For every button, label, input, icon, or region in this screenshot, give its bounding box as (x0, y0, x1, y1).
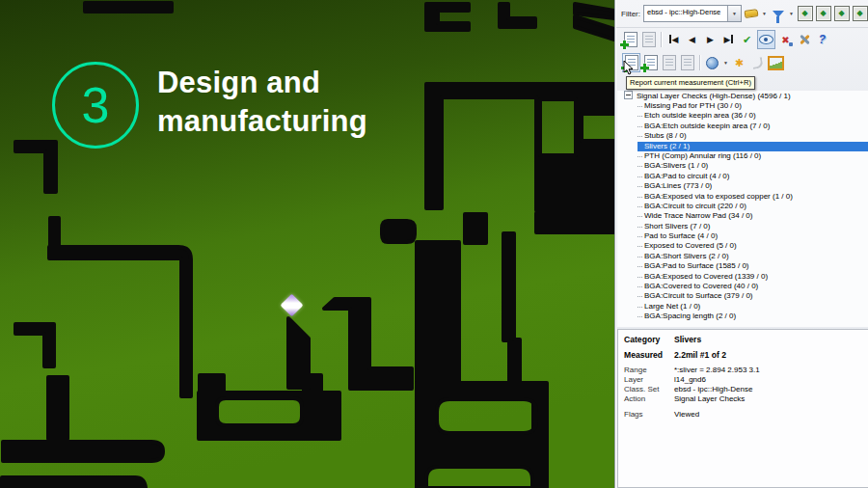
color-picker-icon[interactable] (704, 54, 720, 71)
tree-item-label: BGA:Short Slivers (2 / 0) (644, 252, 729, 260)
tree-item-label: Pad to Surface (4 / 0) (644, 231, 718, 240)
tree-item-label: BGA:Pad to Surface (1585 / 0) (644, 261, 749, 270)
next-measurement-icon[interactable]: ▶ (702, 31, 719, 48)
tree-item[interactable]: Large Net (1 / 0) (637, 302, 868, 312)
details-row-value: Signal Layer Checks (674, 394, 745, 404)
details-row: Range *:sliver = 2.894 2.953 3.1 (624, 366, 863, 375)
tree-item-label: Slivers (2 / 1) (644, 142, 690, 150)
filter-row: Filter: ebsd - ipc::High-Dense ▼ ▼ ▼ ◆ ◆… (616, 0, 868, 28)
filter-funnel-icon[interactable] (770, 5, 786, 22)
details-row: Flags Viewed (624, 410, 863, 420)
zoom-measurement-icon[interactable]: ◆ (797, 5, 813, 22)
mouse-cursor (623, 61, 635, 75)
tree-item[interactable]: BGA:Covered to Covered (40 / 0) (637, 282, 868, 291)
tree-item-label: PTH (Comp) Annular ring (116 / 0) (644, 151, 761, 160)
tree-item[interactable]: BGA:Slivers (1 / 0) (637, 161, 868, 171)
pcb-layout-view[interactable]: 3 Design and manufacturing (0, 0, 614, 488)
tree-item[interactable]: Missing Pad for PTH (30 / 0) (637, 101, 868, 111)
zoom-measurement-icon[interactable]: ◆ (815, 5, 831, 22)
collapse-icon[interactable] (624, 91, 633, 99)
toolbar-separator (661, 32, 662, 47)
chevron-down-icon[interactable]: ▼ (762, 11, 767, 16)
tree-root-item[interactable]: Signal Layer Checks (High-Dense) (4596 /… (617, 91, 868, 101)
tree-item-label: Missing Pad for PTH (30 / 0) (644, 101, 742, 110)
tree-item[interactable]: BGA:Circuit to Surface (379 / 0) (637, 291, 868, 301)
tree-item[interactable]: PTH (Comp) Annular ring (116 / 0) (637, 151, 868, 161)
tree-item[interactable]: BGA:Circuit to circuit (220 / 0) (637, 202, 868, 211)
tree-item-label: Stubs (8 / 0) (644, 131, 687, 140)
tree-item-label: BGA:Lines (773 / 0) (644, 181, 712, 190)
tree-item-label: BGA:Spacing length (2 / 0) (644, 312, 736, 320)
tree-item[interactable]: BGA:Lines (773 / 0) (637, 181, 868, 191)
details-row: Measured 2.2mil #1 of 2 (624, 350, 863, 360)
tree-item[interactable]: BGA:Exposed via to exposed copper (1 / 0… (637, 192, 868, 202)
chevron-down-icon[interactable]: ▼ (789, 11, 794, 16)
view-eye-icon[interactable] (757, 30, 775, 49)
highlighter-icon[interactable] (743, 5, 759, 22)
measurement-tree: Signal Layer Checks (High-Dense) (4596 /… (617, 91, 868, 327)
tree-item[interactable]: Etch outside keepin area (36 / 0) (637, 111, 868, 121)
step-number: 3 (82, 80, 110, 130)
tree-item-label: BGA:Circuit to Surface (379 / 0) (644, 291, 753, 300)
report-disabled-icon[interactable] (661, 54, 677, 71)
tree-item[interactable]: Short Slivers (7 / 0) (637, 222, 868, 231)
tree-item-label: Exposed to Covered (5 / 0) (644, 241, 737, 250)
details-row-label: Measured (624, 350, 674, 360)
screen: { "overlay": { "step_number": "3", "titl… (0, 0, 868, 488)
first-measurement-icon[interactable]: ◀ (665, 31, 682, 48)
tree-item-label: BGA:Etch outside keepin area (7 / 0) (644, 122, 770, 130)
details-row-value: 2.2mil #1 of 2 (674, 350, 726, 360)
measurement-panel: Filter: ebsd - ipc::High-Dense ▼ ▼ ▼ ◆ ◆… (614, 0, 868, 488)
tree-item[interactable]: Exposed to Covered (5 / 0) (637, 241, 868, 251)
navigation-row: ◀ ◀ ▶ ▶ ✔ ✖ ? (616, 28, 868, 51)
tooltip: Report current measurement (Ctrl+R) (626, 76, 755, 90)
tree-item-label: BGA:Exposed via to exposed copper (1 / 0… (644, 192, 793, 201)
details-row-label: Layer (624, 375, 674, 385)
toolbar-separator (699, 55, 700, 70)
tree-item[interactable]: BGA:Short Slivers (2 / 0) (637, 252, 868, 261)
tree-item[interactable]: BGA:Pad to Surface (1585 / 0) (637, 261, 868, 271)
tree-item-label: BGA:Exposed to Covered (1339 / 0) (644, 272, 768, 281)
tree-item[interactable]: BGA:Exposed to Covered (1339 / 0) (637, 272, 868, 282)
tree-item[interactable]: BGA:Etch outside keepin area (7 / 0) (637, 122, 868, 131)
details-row: Category Slivers (624, 335, 863, 344)
tree-item-label: Large Net (1 / 0) (644, 302, 700, 311)
chevron-down-icon[interactable]: ▼ (723, 60, 728, 66)
tree-item[interactable]: Slivers (2 / 1) (637, 142, 868, 151)
details-row-value: Slivers (674, 335, 701, 344)
details-row-label: Range (624, 366, 674, 375)
details-row: Class. Set ebsd - ipc::High-Dense (624, 385, 863, 394)
tree-item-label: Etch outside keepin area (36 / 0) (644, 111, 756, 120)
tree-item-label: BGA:Covered to Covered (40 / 0) (644, 282, 758, 290)
help-icon[interactable]: ? (814, 31, 830, 48)
tree-item[interactable]: Wide Trace Narrow Pad (34 / 0) (637, 211, 868, 221)
approve-check-icon[interactable]: ✔ (739, 31, 755, 48)
tree-items: Missing Pad for PTH (30 / 0) Etch outsid… (617, 101, 868, 322)
tree-item-label: BGA:Circuit to circuit (220 / 0) (644, 202, 746, 210)
settings-sun-icon[interactable]: ✱ (731, 54, 747, 71)
tree-item[interactable]: Stubs (8 / 0) (637, 131, 868, 141)
zoom-next-measurement-icon[interactable]: ◆ (852, 5, 868, 22)
history-icon[interactable] (749, 54, 766, 71)
details-row-value: *:sliver = 2.894 2.953 3.1 (674, 366, 760, 375)
filter-dropdown[interactable]: ebsd - ipc::High-Dense ▼ (643, 5, 742, 22)
previous-measurement-icon[interactable]: ◀ (684, 31, 700, 48)
table-icon[interactable] (640, 31, 657, 48)
last-measurement-icon[interactable]: ▶ (720, 31, 737, 48)
tree-item[interactable]: Pad to Surface (4 / 0) (637, 231, 868, 241)
report-disabled-icon[interactable] (679, 54, 695, 71)
tree-item[interactable]: BGA:Spacing length (2 / 0) (637, 312, 868, 321)
details-row: Layer l14_gnd6 (624, 375, 863, 385)
tree-item[interactable]: BGA:Pad to circuit (4 / 0) (637, 172, 868, 181)
report-row: ▼ ✱ (616, 51, 868, 74)
add-table-icon[interactable] (622, 31, 638, 48)
filter-dropdown-button[interactable]: ▼ (727, 6, 741, 21)
zoom-prev-measurement-icon[interactable]: ◆ (833, 5, 850, 22)
tools-icon[interactable] (796, 31, 812, 48)
snapshot-icon[interactable] (768, 54, 784, 71)
report-add-icon[interactable] (642, 54, 659, 71)
details-row-label: Action (624, 394, 674, 404)
chevron-down-icon: ▼ (732, 11, 737, 16)
details-rows: Category Slivers Measured 2.2mil #1 of 2… (624, 335, 863, 420)
reject-x-icon[interactable]: ✖ (777, 31, 794, 48)
